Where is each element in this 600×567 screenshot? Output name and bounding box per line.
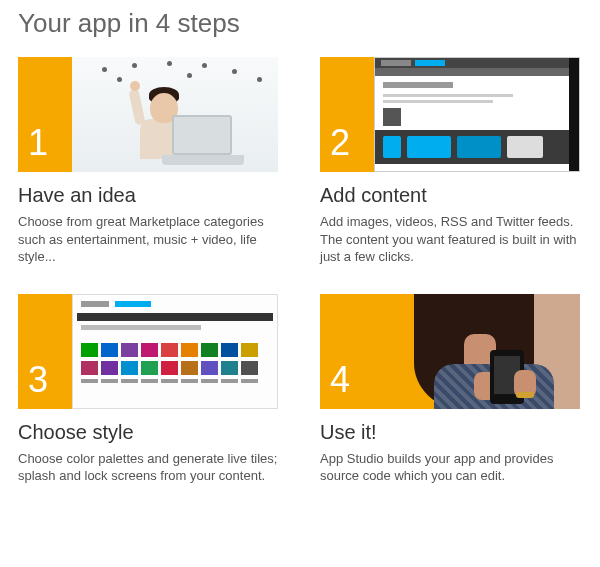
step-3-desc: Choose color palettes and generate live …	[18, 450, 280, 485]
steps-grid: 1 Have an idea Choose from great Marketp…	[18, 57, 582, 485]
step-2-desc: Add images, videos, RSS and Twitter feed…	[320, 213, 582, 266]
step-3-number-tile: 3	[18, 294, 72, 409]
step-2-title: Add content	[320, 184, 582, 207]
step-1: 1 Have an idea Choose from great Marketp…	[18, 57, 280, 266]
step-1-illustration	[72, 57, 278, 172]
step-2-thumb: 2	[320, 57, 580, 172]
step-3-illustration	[72, 294, 278, 409]
step-1-thumb: 1	[18, 57, 278, 172]
step-4-illustration	[374, 294, 580, 409]
step-4-title: Use it!	[320, 421, 582, 444]
step-3-title: Choose style	[18, 421, 280, 444]
step-1-desc: Choose from great Marketplace categories…	[18, 213, 280, 266]
step-4-number-tile: 4	[320, 294, 374, 409]
step-4: 4 Use it! App Studio builds your app and…	[320, 294, 582, 485]
step-2-illustration	[374, 57, 580, 172]
step-2: 2 Add content Add images, videos, RSS an…	[320, 57, 582, 266]
step-2-number-tile: 2	[320, 57, 374, 172]
step-4-thumb: 4	[320, 294, 580, 409]
page-title: Your app in 4 steps	[18, 8, 582, 39]
step-3: 3 Choose style Choose color palettes and…	[18, 294, 280, 485]
step-3-thumb: 3	[18, 294, 278, 409]
step-1-number-tile: 1	[18, 57, 72, 172]
step-1-title: Have an idea	[18, 184, 280, 207]
step-4-desc: App Studio builds your app and provides …	[320, 450, 582, 485]
